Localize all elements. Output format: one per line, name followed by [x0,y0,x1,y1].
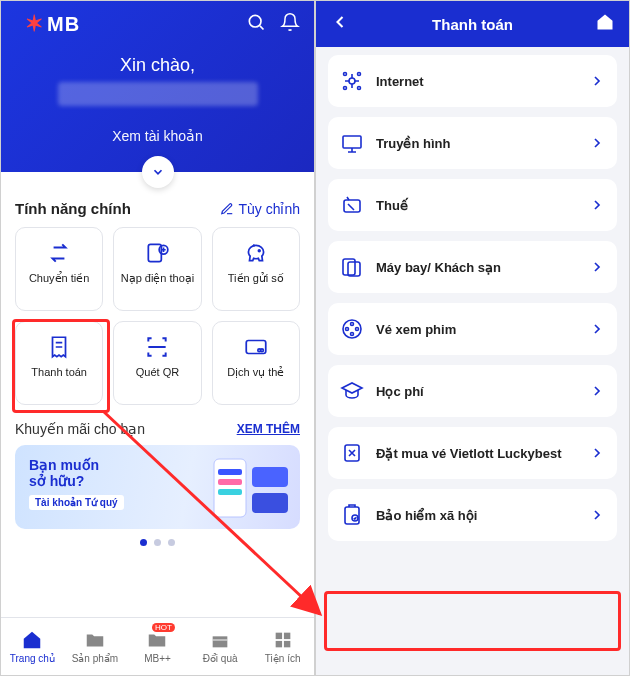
chevron-down-icon [151,165,165,179]
svg-rect-9 [218,479,242,485]
tab-rewards[interactable]: Đổi quà [189,618,252,675]
home-icon [595,12,615,32]
payment-list[interactable]: Internet Truyền hình Thuế Máy bay/ Khách… [316,47,629,675]
home-screen: ✶ MB Xin chào, Xem tài khoản Tính năng c… [0,0,315,676]
tab-home[interactable]: Trang chủ [1,618,64,675]
dot[interactable] [168,539,175,546]
transfer-icon [46,240,72,266]
svg-rect-24 [344,200,360,212]
row-flight-hotel[interactable]: Máy bay/ Khách sạn [328,241,617,293]
tile-topup[interactable]: Nạp điện thoại [113,227,201,311]
home-icon [21,629,43,651]
dot[interactable] [140,539,147,546]
feature-grid: Chuyển tiền Nạp điện thoại Tiền gửi số T… [1,227,314,405]
svg-point-21 [344,87,347,90]
carousel-dots[interactable] [1,539,314,546]
row-tuition[interactable]: Học phí [328,365,617,417]
promo-title: Khuyến mãi cho bạn [15,421,145,437]
wallet-icon [146,629,168,651]
chevron-right-icon [589,321,605,337]
bell-icon[interactable] [280,12,300,36]
back-button[interactable] [330,12,350,36]
chevron-right-icon [589,73,605,89]
chevron-right-icon [589,259,605,275]
qr-icon [144,334,170,360]
dot[interactable] [154,539,161,546]
tv-icon [340,131,364,155]
tab-mbplus[interactable]: HOT MB++ [126,618,189,675]
ticket-icon [340,255,364,279]
chevron-right-icon [589,383,605,399]
svg-rect-23 [343,136,361,148]
lottery-icon [340,441,364,465]
card-icon [243,334,269,360]
promo-banner[interactable]: Bạn muốn sở hữu? Tài khoản Tứ quý [15,445,300,529]
chevron-right-icon [589,445,605,461]
tile-qr[interactable]: Quét QR [113,321,201,405]
row-tax[interactable]: Thuế [328,179,617,231]
film-icon [340,317,364,341]
tab-utilities[interactable]: Tiện ích [251,618,314,675]
folder-icon [84,629,106,651]
topup-icon [144,240,170,266]
receipt-icon [46,334,72,360]
tile-transfer[interactable]: Chuyển tiền [15,227,103,311]
graduation-icon [340,379,364,403]
see-more-link[interactable]: XEM THÊM [237,422,300,436]
payment-header: Thanh toán [316,1,629,47]
svg-rect-16 [275,641,281,647]
greeting: Xin chào, [15,55,300,76]
chevron-right-icon [589,197,605,213]
brand-logo: ✶ MB [25,11,80,37]
svg-point-29 [356,328,359,331]
payment-screen: Thanh toán Internet Truyền hình Thuế Máy… [315,0,630,676]
tile-card[interactable]: Dịch vụ thẻ [212,321,300,405]
svg-point-22 [358,87,361,90]
gift-icon [209,629,231,651]
edit-icon [220,202,234,216]
payment-title: Thanh toán [432,16,513,33]
tax-icon [340,193,364,217]
svg-rect-13 [213,636,228,647]
logo-mark-icon: ✶ [25,11,43,37]
svg-rect-12 [252,493,288,513]
svg-rect-8 [218,469,242,475]
chevron-right-icon [589,507,605,523]
row-tv[interactable]: Truyền hình [328,117,617,169]
customize-button[interactable]: Tùy chỉnh [220,201,300,217]
row-vietlott[interactable]: Đặt mua vé Vietlott Luckybest [328,427,617,479]
clipboard-shield-icon [340,503,364,527]
features-title: Tính năng chính [15,200,131,217]
svg-point-3 [258,250,260,252]
svg-point-28 [351,323,354,326]
row-internet[interactable]: Internet [328,55,617,107]
hot-badge: HOT [152,623,175,632]
banner-art-icon [180,453,290,523]
svg-rect-17 [284,641,290,647]
svg-rect-7 [214,459,246,517]
chevron-left-icon [330,12,350,32]
internet-icon [340,69,364,93]
tile-payment[interactable]: Thanh toán [15,321,103,405]
row-movie[interactable]: Vé xem phim [328,303,617,355]
tile-savings[interactable]: Tiền gửi số [212,227,300,311]
row-social-insurance[interactable]: Bảo hiểm xã hội [328,489,617,541]
expand-button[interactable] [142,156,174,188]
svg-point-18 [349,78,355,84]
home-button[interactable] [595,12,615,36]
tab-products[interactable]: Sản phẩm [64,618,127,675]
svg-point-6 [258,349,261,352]
svg-point-31 [346,328,349,331]
svg-point-30 [351,333,354,336]
view-account-link[interactable]: Xem tài khoản [15,128,300,144]
svg-rect-10 [218,489,242,495]
svg-rect-15 [284,633,290,639]
svg-rect-11 [252,467,288,487]
chevron-right-icon [589,135,605,151]
tab-bar: Trang chủ Sản phẩm HOT MB++ Đổi quà Tiện… [1,617,314,675]
svg-point-0 [249,15,261,27]
user-name-blurred [58,82,258,106]
search-icon[interactable] [246,12,266,36]
svg-point-19 [344,73,347,76]
piggy-icon [243,240,269,266]
